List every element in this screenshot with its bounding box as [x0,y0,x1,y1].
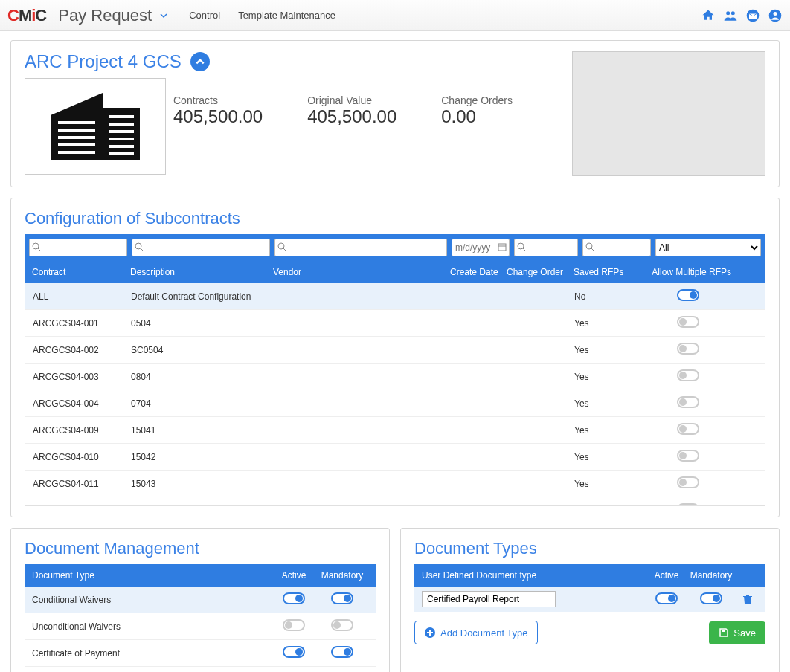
cell-doc-type: Certificate of Payment [32,648,272,659]
toggle-switch[interactable] [331,646,353,658]
cell-allow-toggle [643,476,760,491]
col-allow-multiple[interactable]: Allow Multiple RFPs [642,267,761,277]
toggle-switch[interactable] [677,396,699,408]
users-icon[interactable] [723,8,738,23]
list-item[interactable]: Conditional Waivers [25,587,376,613]
table-row[interactable]: ARCGCS04-01215044Yes [25,497,765,506]
table-row[interactable]: ARCGCS04-0010504Yes [25,310,765,337]
doc-types-header: User Defined Document type Active Mandat… [414,564,765,587]
cell-contract: ALL [30,291,128,302]
filter-vendor-input[interactable] [274,239,447,256]
toggle-switch[interactable] [677,369,699,381]
stat-change-orders: Change Orders 0.00 [441,94,513,127]
toggle-switch[interactable] [677,289,699,301]
filter-change-order-input[interactable] [514,239,578,256]
user-profile-icon[interactable] [768,8,783,23]
toggle-switch[interactable] [283,592,305,604]
filter-saved-rfps-input[interactable] [582,239,651,256]
list-item[interactable]: Unconditional Waivers [25,613,376,640]
cell-saved-rfps: Yes [571,398,643,409]
toggle-switch[interactable] [283,619,305,631]
col-change-order[interactable]: Change Order [504,267,571,277]
toggle-switch[interactable] [331,619,353,631]
svg-point-0 [726,11,730,15]
save-icon [719,627,729,638]
project-title: ARC Project 4 GCS [25,51,182,72]
filter-allow-select[interactable]: All [655,239,761,256]
toggle-switch[interactable] [700,592,722,604]
toggle-switch[interactable] [331,592,353,604]
list-item[interactable]: Certificate of Payment [25,640,376,667]
col-create-date[interactable]: Create Date [447,267,504,277]
filter-contract-input[interactable] [29,239,127,256]
toggle-switch[interactable] [677,316,699,328]
table-row[interactable]: ARCGCS04-01015042Yes [25,444,765,471]
save-button[interactable]: Save [709,621,765,644]
table-row[interactable]: ARCGCS04-0030804Yes [25,364,765,390]
svg-rect-14 [109,130,134,133]
table-row[interactable]: ARCGCS04-0040704Yes [25,390,765,417]
col-contract[interactable]: Contract [29,267,127,277]
table-row[interactable]: ARCGCS04-01115043Yes [25,471,765,497]
calendar-icon[interactable] [498,242,507,251]
menu-template-maintenance[interactable]: Template Maintenance [238,10,335,21]
cell-description: 15042 [128,452,271,462]
cell-description: 15043 [128,479,271,489]
cell-doc-type: Unconditional Waivers [32,621,272,632]
col-vendor[interactable]: Vendor [270,267,447,277]
add-document-type-button[interactable]: Add Document Type [414,621,538,644]
filter-description-input[interactable] [132,239,270,256]
cell-description: 0804 [128,372,271,382]
subcontracts-body[interactable]: ALLDefault Contract ConfigurationNoARCGC… [25,283,765,506]
svg-marker-5 [51,93,103,160]
cell-saved-rfps: Yes [571,452,643,462]
project-image [25,78,166,175]
collapse-button[interactable] [190,52,210,71]
stat-original-value: Original Value 405,500.00 [307,94,396,127]
table-row[interactable]: ARCGCS04-002SC0504Yes [25,337,765,364]
cell-contract: ARCGCS04-002 [30,345,128,355]
doc-type-name-input[interactable] [422,591,556,607]
svg-rect-12 [109,115,134,118]
mail-icon[interactable] [745,8,760,23]
toggle-switch[interactable] [677,450,699,462]
col-active: Active [272,570,316,581]
toggle-switch[interactable] [655,592,678,604]
top-bar: CMiC Pay Request Control Template Mainte… [0,0,790,31]
toggle-switch[interactable] [677,343,699,355]
list-item[interactable] [414,587,765,612]
svg-point-1 [731,11,735,15]
save-label: Save [733,627,756,639]
cell-saved-rfps: Yes [571,318,643,329]
table-row[interactable]: ARCGCS04-00915041Yes [25,417,765,444]
delete-button[interactable] [742,595,754,607]
col-saved-rfps[interactable]: Saved RFPs [571,267,642,277]
svg-rect-13 [109,123,134,126]
svg-rect-15 [109,138,134,140]
menu-control[interactable]: Control [189,10,220,21]
table-row[interactable]: ALLDefault Contract ConfigurationNo [25,283,765,310]
side-panel-placeholder [572,51,765,176]
cell-contract: ARCGCS04-009 [30,425,128,436]
toggle-switch[interactable] [677,503,699,506]
cell-allow-toggle [643,450,760,464]
svg-rect-24 [498,244,506,251]
cell-allow-toggle [643,423,760,437]
cell-contract: ARCGCS04-003 [30,372,128,382]
stat-contracts: Contracts 405,500.00 [173,94,263,127]
doc-mgmt-header: Document Type Active Mandatory [25,564,376,587]
cell-description: Default Contract Configuration [128,291,271,302]
svg-rect-8 [58,129,95,132]
svg-rect-17 [109,152,134,155]
home-icon[interactable] [701,8,716,23]
cell-saved-rfps: Yes [571,505,643,507]
doc-mgmt-body: Conditional WaiversUnconditional Waivers… [25,587,376,667]
toggle-switch[interactable] [677,476,699,488]
toggle-switch[interactable] [677,423,699,435]
cell-contract: ARCGCS04-010 [30,452,128,462]
col-description[interactable]: Description [127,267,270,277]
svg-rect-7 [58,121,95,124]
toggle-switch[interactable] [283,646,305,658]
app-title-dropdown[interactable]: Pay Request [58,6,168,25]
chevron-up-icon [195,56,205,67]
